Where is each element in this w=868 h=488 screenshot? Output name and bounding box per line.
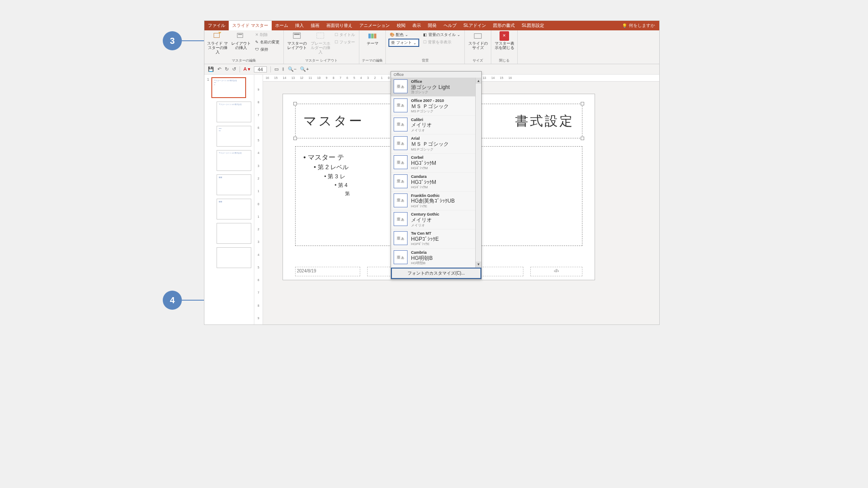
- shapes-icon[interactable]: ▭: [274, 66, 279, 72]
- zoom-out-icon[interactable]: 🔍−: [288, 66, 296, 72]
- font-size-input[interactable]: 44: [254, 66, 267, 72]
- font-theme-item[interactable]: 亜ぁCandaraHGｺﾞｼｯｸMHGｺﾞｼｯｸM: [391, 173, 481, 192]
- chevron-down-icon: ⌄: [413, 41, 417, 45]
- thumb-layout[interactable]: マスター タイトルの書式設定: [217, 102, 251, 122]
- thumb-layout[interactable]: マスター タイトルの書式設定: [217, 150, 251, 171]
- undo-icon[interactable]: ↶: [217, 66, 221, 72]
- scroll-down-icon[interactable]: ▼: [476, 262, 481, 268]
- insert-slide-master-button[interactable]: スライド マスターの挿入: [207, 31, 228, 55]
- fonts-dropdown[interactable]: Office 亜ぁOffice游ゴシック Light游ゴシック亜ぁOffice …: [391, 71, 482, 279]
- close-master-button[interactable]: ✕ マスター表示を閉じる: [494, 31, 515, 50]
- callout-4: 4: [163, 291, 182, 310]
- font-theme-item[interactable]: 亜ぁCalibriメイリオメイリオ: [391, 116, 481, 135]
- insert-placeholder-button[interactable]: プレースホルダーの挿入: [310, 31, 331, 55]
- resize-handle[interactable]: [581, 137, 584, 140]
- powerpoint-window: ファイル スライド マスター ホーム 挿入 描画 画面切り替え アニメーション …: [204, 20, 660, 325]
- font-preview-icon: 亜ぁ: [394, 79, 408, 93]
- page-placeholder[interactable]: ‹#›: [530, 267, 582, 276]
- font-preview-icon: 亜ぁ: [394, 193, 408, 207]
- themes-button[interactable]: テーマ: [362, 31, 383, 46]
- checkbox-icon: ☐: [423, 40, 427, 44]
- font-preview-icon: 亜ぁ: [394, 174, 408, 188]
- dropdown-scrollbar[interactable]: ▲ ▼: [475, 78, 481, 268]
- insert-slide-master-icon: [213, 31, 222, 41]
- preserve-button[interactable]: 🛡保持: [254, 46, 281, 53]
- resize-handle[interactable]: [293, 102, 297, 105]
- svg-rect-6: [368, 34, 371, 39]
- rename-icon: ✎: [255, 40, 259, 44]
- font-theme-item[interactable]: 亜ぁOffice 2007 - 2010ＭＳ ＰゴシックMS Pゴシック: [391, 97, 481, 116]
- insert-layout-button[interactable]: レイアウトの挿入: [230, 31, 251, 50]
- tab-sl-shape[interactable]: SL図形設定: [518, 21, 548, 30]
- callout-3: 3: [163, 31, 182, 50]
- font-theme-item[interactable]: 亜ぁTw Cen MTHGPｺﾞｼｯｸEHGPｺﾞｼｯｸE: [391, 229, 481, 249]
- thumb-layout[interactable]: ▦▦: [217, 174, 251, 195]
- save-icon[interactable]: 💾: [208, 66, 214, 72]
- font-theme-item[interactable]: 亜ぁCambriaHG明朝BHG明朝B: [391, 249, 481, 268]
- slide-size-button[interactable]: スライドのサイズ: [467, 31, 488, 50]
- tab-insert[interactable]: 挿入: [292, 21, 307, 30]
- font-theme-item[interactable]: 亜ぁOffice游ゴシック Light游ゴシック: [391, 78, 481, 97]
- tab-developer[interactable]: 開発: [424, 21, 440, 30]
- group-edit-master: マスターの編集: [207, 58, 281, 63]
- font-preview-icon: 亜ぁ: [394, 155, 408, 169]
- fonts-icon: 亜: [391, 40, 395, 46]
- tab-home[interactable]: ホーム: [272, 21, 292, 30]
- thumb-master[interactable]: マスター タイトルの書式設定━━━: [211, 77, 246, 98]
- tab-sl-addin[interactable]: SLアドイン: [460, 21, 490, 30]
- scroll-up-icon[interactable]: ▲: [476, 78, 481, 84]
- tab-animations[interactable]: アニメーション: [356, 21, 393, 30]
- bg-styles-button[interactable]: ◧背景のスタイル ⌄: [422, 31, 462, 38]
- thumb-layout[interactable]: [217, 247, 251, 268]
- thumb-layout[interactable]: [217, 223, 251, 244]
- svg-rect-1: [237, 33, 243, 38]
- resize-handle[interactable]: [581, 102, 584, 105]
- checkbox-icon: ☐: [335, 40, 338, 44]
- master-layout-icon: [292, 31, 302, 41]
- thumb-layout[interactable]: ▦▦: [217, 199, 251, 219]
- zoom-in-icon[interactable]: 🔍+: [300, 66, 309, 72]
- date-placeholder[interactable]: 2024/8/19: [295, 267, 360, 276]
- tab-transitions[interactable]: 画面切り替え: [323, 21, 356, 30]
- redo-icon[interactable]: ↻: [225, 66, 229, 72]
- font-theme-item[interactable]: 亜ぁFranklin GothicHG創英角ｺﾞｼｯｸUBHGｺﾞｼｯｸE: [391, 192, 481, 211]
- fonts-button[interactable]: 亜フォント ⌄: [388, 39, 419, 47]
- tab-draw[interactable]: 描画: [307, 21, 323, 30]
- thumb-layout[interactable]: ━━━━━: [217, 126, 251, 147]
- svg-rect-5: [317, 33, 324, 39]
- master-layout-button[interactable]: マスターのレイアウト: [286, 31, 307, 50]
- tab-review[interactable]: 校閲: [393, 21, 409, 30]
- tell-me-search[interactable]: 💡 何をしますか: [618, 23, 659, 29]
- tab-shape-format[interactable]: 図形の書式: [490, 21, 518, 30]
- hide-bg-checkbox[interactable]: ☐背景を非表示: [422, 39, 462, 46]
- font-preview-icon: 亜ぁ: [394, 231, 408, 245]
- vertical-ruler: 9876543210123456789: [254, 75, 263, 324]
- tab-slide-master[interactable]: スライド マスター: [229, 21, 272, 30]
- title-checkbox[interactable]: ☐タイトル: [333, 31, 356, 38]
- tab-view[interactable]: 表示: [409, 21, 424, 30]
- resize-handle[interactable]: [293, 137, 297, 140]
- svg-rect-7: [371, 34, 374, 39]
- tell-me-label: 何をしますか: [629, 23, 655, 29]
- placeholder-icon: [316, 31, 325, 41]
- insert-layout-icon: [236, 31, 246, 41]
- thumbnail-pane[interactable]: 1マスター タイトルの書式設定━━━ マスター タイトルの書式設定 ━━━━━ …: [204, 75, 254, 324]
- align-icon[interactable]: ⫴: [282, 66, 284, 72]
- tab-file[interactable]: ファイル: [204, 21, 229, 30]
- font-theme-item[interactable]: 亜ぁCorbelHGｺﾞｼｯｸMHGｺﾞｼｯｸM: [391, 154, 481, 173]
- customize-fonts-button[interactable]: フォントのカスタマイズ(C)...: [391, 268, 481, 279]
- colors-button[interactable]: 🎨配色 ⌄: [388, 31, 419, 38]
- font-theme-item[interactable]: 亜ぁCentury Gothicメイリオメイリオ: [391, 210, 481, 229]
- footer-checkbox[interactable]: ☐フッター: [333, 39, 356, 46]
- tab-help[interactable]: ヘルプ: [440, 21, 460, 30]
- group-size: サイズ: [467, 58, 488, 63]
- group-background: 背景: [388, 58, 462, 63]
- font-color-icon[interactable]: A ▾: [243, 66, 250, 72]
- font-theme-item[interactable]: 亜ぁArialＭＳ ＰゴシックMS Pゴシック: [391, 134, 481, 154]
- rename-button[interactable]: ✎名前の変更: [254, 39, 281, 46]
- touch-icon[interactable]: ↺: [232, 66, 236, 72]
- group-edit-theme: テーマの編集: [362, 58, 383, 63]
- svg-rect-8: [374, 34, 377, 39]
- delete-button[interactable]: ✕削除: [254, 31, 281, 38]
- group-close: 閉じる: [494, 58, 515, 63]
